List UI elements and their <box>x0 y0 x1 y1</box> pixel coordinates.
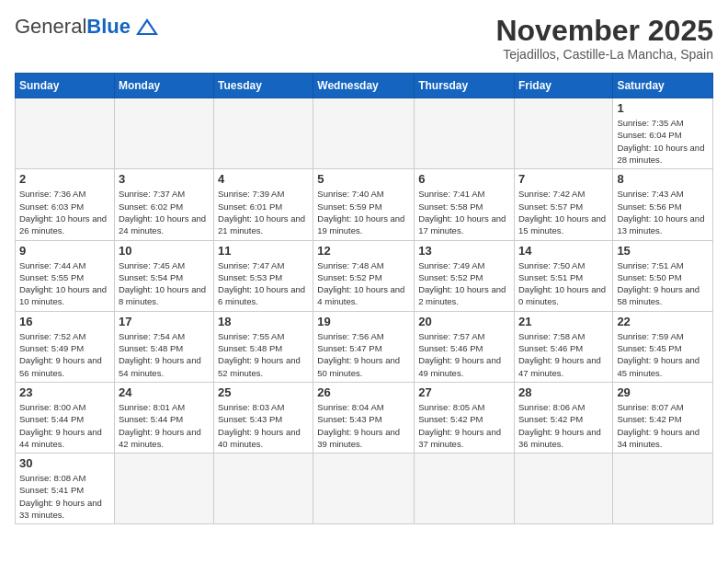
day-number: 14 <box>518 244 609 258</box>
calendar-cell: 6Sunrise: 7:41 AM Sunset: 5:58 PM Daylig… <box>415 169 515 240</box>
calendar-row-6: 30Sunrise: 8:08 AM Sunset: 5:41 PM Dayli… <box>16 454 713 524</box>
day-info: Sunrise: 7:49 AM Sunset: 5:52 PM Dayligh… <box>418 259 510 308</box>
calendar-cell: 20Sunrise: 7:57 AM Sunset: 5:46 PM Dayli… <box>415 311 515 382</box>
day-info: Sunrise: 7:59 AM Sunset: 5:45 PM Dayligh… <box>617 330 709 379</box>
day-info: Sunrise: 7:54 AM Sunset: 5:48 PM Dayligh… <box>119 330 210 379</box>
day-info: Sunrise: 7:57 AM Sunset: 5:46 PM Dayligh… <box>418 330 510 379</box>
calendar-cell: 11Sunrise: 7:47 AM Sunset: 5:53 PM Dayli… <box>214 240 313 311</box>
day-info: Sunrise: 8:08 AM Sunset: 5:41 PM Dayligh… <box>19 472 110 521</box>
day-info: Sunrise: 7:47 AM Sunset: 5:53 PM Dayligh… <box>218 259 309 308</box>
day-info: Sunrise: 7:44 AM Sunset: 5:55 PM Dayligh… <box>19 259 110 308</box>
day-info: Sunrise: 8:00 AM Sunset: 5:44 PM Dayligh… <box>19 401 110 450</box>
calendar-cell: 5Sunrise: 7:40 AM Sunset: 5:59 PM Daylig… <box>313 169 415 240</box>
day-number: 26 <box>317 385 410 399</box>
day-number: 16 <box>19 315 110 328</box>
day-number: 19 <box>317 315 410 328</box>
day-number: 18 <box>218 315 309 328</box>
calendar-cell: 12Sunrise: 7:48 AM Sunset: 5:52 PM Dayli… <box>313 240 415 311</box>
calendar-cell <box>415 454 515 524</box>
weekday-header-sunday: Sunday <box>16 74 115 98</box>
month-title: November 2025 <box>495 15 713 47</box>
day-number: 13 <box>418 244 510 258</box>
calendar-cell: 24Sunrise: 8:01 AM Sunset: 5:44 PM Dayli… <box>114 382 213 453</box>
logo: General Blue <box>15 15 160 39</box>
day-number: 9 <box>19 244 110 258</box>
day-info: Sunrise: 7:48 AM Sunset: 5:52 PM Dayligh… <box>317 259 410 308</box>
calendar-cell: 13Sunrise: 7:49 AM Sunset: 5:52 PM Dayli… <box>415 240 515 311</box>
calendar-cell: 4Sunrise: 7:39 AM Sunset: 6:01 PM Daylig… <box>214 169 313 240</box>
day-number: 2 <box>19 172 110 186</box>
calendar-cell <box>514 98 612 169</box>
calendar-cell: 19Sunrise: 7:56 AM Sunset: 5:47 PM Dayli… <box>313 311 415 382</box>
day-info: Sunrise: 7:36 AM Sunset: 6:03 PM Dayligh… <box>19 188 110 236</box>
calendar-cell: 15Sunrise: 7:51 AM Sunset: 5:50 PM Dayli… <box>613 240 713 311</box>
calendar-cell: 7Sunrise: 7:42 AM Sunset: 5:57 PM Daylig… <box>514 169 612 240</box>
day-info: Sunrise: 7:45 AM Sunset: 5:54 PM Dayligh… <box>119 259 210 308</box>
calendar-cell: 1Sunrise: 7:35 AM Sunset: 6:04 PM Daylig… <box>613 98 713 169</box>
day-number: 12 <box>317 244 410 258</box>
day-number: 7 <box>518 172 609 186</box>
day-number: 1 <box>617 101 709 115</box>
logo-blue-text: Blue <box>86 15 131 39</box>
calendar-cell: 10Sunrise: 7:45 AM Sunset: 5:54 PM Dayli… <box>114 240 213 311</box>
calendar-row-3: 9Sunrise: 7:44 AM Sunset: 5:55 PM Daylig… <box>16 240 713 311</box>
page-header: General Blue November 2025 Tejadillos, C… <box>15 15 713 62</box>
day-number: 5 <box>317 172 410 186</box>
day-info: Sunrise: 7:51 AM Sunset: 5:50 PM Dayligh… <box>617 259 709 308</box>
calendar-cell: 29Sunrise: 8:07 AM Sunset: 5:42 PM Dayli… <box>613 382 713 453</box>
calendar-row-2: 2Sunrise: 7:36 AM Sunset: 6:03 PM Daylig… <box>16 169 713 240</box>
day-info: Sunrise: 7:50 AM Sunset: 5:51 PM Dayligh… <box>518 259 609 308</box>
day-number: 3 <box>119 172 210 186</box>
calendar-row-1: 1Sunrise: 7:35 AM Sunset: 6:04 PM Daylig… <box>16 98 713 169</box>
logo-icon <box>134 17 160 37</box>
logo-general-text: General <box>15 15 86 39</box>
weekday-header-tuesday: Tuesday <box>214 74 313 98</box>
weekday-header-thursday: Thursday <box>415 74 515 98</box>
day-number: 28 <box>518 385 609 399</box>
calendar-cell: 21Sunrise: 7:58 AM Sunset: 5:46 PM Dayli… <box>514 311 612 382</box>
calendar-cell <box>613 454 713 524</box>
day-number: 15 <box>617 244 709 258</box>
calendar-cell: 16Sunrise: 7:52 AM Sunset: 5:49 PM Dayli… <box>16 311 115 382</box>
calendar-cell <box>313 454 415 524</box>
day-info: Sunrise: 8:01 AM Sunset: 5:44 PM Dayligh… <box>119 401 210 450</box>
day-number: 21 <box>518 315 609 328</box>
day-info: Sunrise: 7:41 AM Sunset: 5:58 PM Dayligh… <box>418 188 510 236</box>
day-number: 4 <box>218 172 309 186</box>
weekday-header-wednesday: Wednesday <box>313 74 415 98</box>
day-info: Sunrise: 7:58 AM Sunset: 5:46 PM Dayligh… <box>518 330 609 379</box>
calendar-cell <box>313 98 415 169</box>
calendar-cell <box>214 454 313 524</box>
day-info: Sunrise: 8:05 AM Sunset: 5:42 PM Dayligh… <box>418 401 510 450</box>
calendar-cell <box>415 98 515 169</box>
title-block: November 2025 Tejadillos, Castille-La Ma… <box>495 15 713 62</box>
day-number: 29 <box>617 385 709 399</box>
day-info: Sunrise: 7:55 AM Sunset: 5:48 PM Dayligh… <box>218 330 309 379</box>
day-info: Sunrise: 7:39 AM Sunset: 6:01 PM Dayligh… <box>218 188 309 236</box>
day-number: 11 <box>218 244 309 258</box>
calendar-cell: 18Sunrise: 7:55 AM Sunset: 5:48 PM Dayli… <box>214 311 313 382</box>
calendar-cell <box>114 454 213 524</box>
day-info: Sunrise: 8:04 AM Sunset: 5:43 PM Dayligh… <box>317 401 410 450</box>
day-info: Sunrise: 8:07 AM Sunset: 5:42 PM Dayligh… <box>617 401 709 450</box>
calendar-table: SundayMondayTuesdayWednesdayThursdayFrid… <box>15 73 713 524</box>
weekday-header-saturday: Saturday <box>613 74 713 98</box>
day-info: Sunrise: 7:42 AM Sunset: 5:57 PM Dayligh… <box>518 188 609 236</box>
calendar-cell: 28Sunrise: 8:06 AM Sunset: 5:42 PM Dayli… <box>514 382 612 453</box>
day-info: Sunrise: 7:37 AM Sunset: 6:02 PM Dayligh… <box>119 188 210 236</box>
calendar-cell: 27Sunrise: 8:05 AM Sunset: 5:42 PM Dayli… <box>415 382 515 453</box>
day-info: Sunrise: 7:56 AM Sunset: 5:47 PM Dayligh… <box>317 330 410 379</box>
calendar-cell <box>16 98 115 169</box>
calendar-cell: 25Sunrise: 8:03 AM Sunset: 5:43 PM Dayli… <box>214 382 313 453</box>
calendar-cell: 30Sunrise: 8:08 AM Sunset: 5:41 PM Dayli… <box>16 454 115 524</box>
day-info: Sunrise: 7:52 AM Sunset: 5:49 PM Dayligh… <box>19 330 110 379</box>
weekday-header-friday: Friday <box>514 74 612 98</box>
day-info: Sunrise: 7:35 AM Sunset: 6:04 PM Dayligh… <box>617 117 709 166</box>
day-info: Sunrise: 7:43 AM Sunset: 5:56 PM Dayligh… <box>617 188 709 236</box>
calendar-cell <box>114 98 213 169</box>
calendar-cell: 2Sunrise: 7:36 AM Sunset: 6:03 PM Daylig… <box>16 169 115 240</box>
day-number: 30 <box>19 456 110 470</box>
day-info: Sunrise: 8:06 AM Sunset: 5:42 PM Dayligh… <box>518 401 609 450</box>
location-title: Tejadillos, Castille-La Mancha, Spain <box>495 47 713 62</box>
day-number: 23 <box>19 385 110 399</box>
